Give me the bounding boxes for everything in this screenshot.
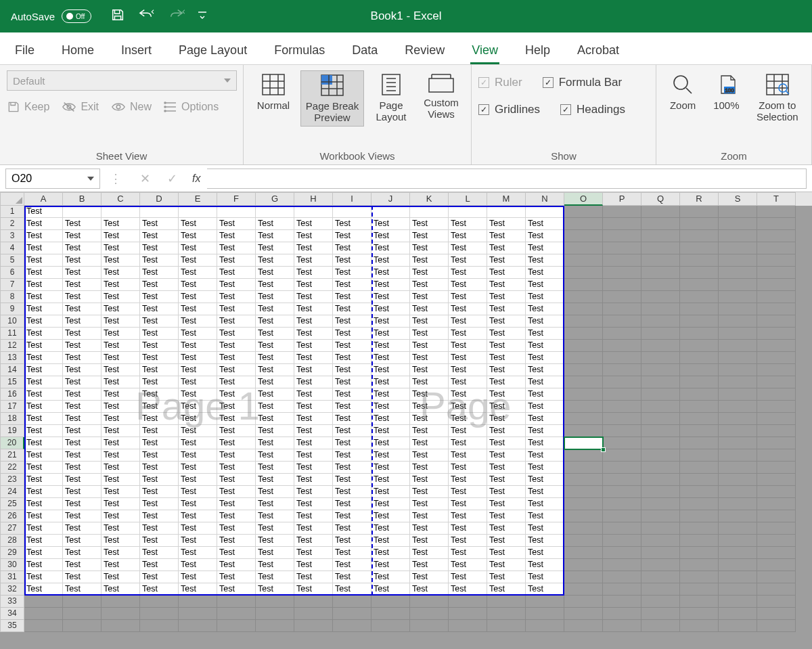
cell[interactable] <box>641 522 680 535</box>
cell[interactable]: Test <box>63 291 102 303</box>
cell[interactable] <box>449 620 487 632</box>
cell[interactable] <box>179 596 217 608</box>
cell[interactable]: Test <box>217 315 256 328</box>
cell[interactable] <box>757 352 796 364</box>
cell[interactable] <box>757 401 796 413</box>
cell[interactable]: Test <box>63 425 102 437</box>
cell[interactable]: Test <box>487 315 526 328</box>
cell[interactable]: Test <box>371 413 410 425</box>
cell[interactable] <box>564 425 603 437</box>
column-header[interactable]: E <box>179 192 217 206</box>
cell[interactable] <box>641 620 680 632</box>
cell[interactable]: Test <box>24 315 63 328</box>
cell[interactable] <box>603 242 641 254</box>
cell[interactable]: Test <box>24 328 63 340</box>
cell[interactable] <box>641 510 680 522</box>
cell[interactable] <box>680 583 719 596</box>
cell[interactable] <box>603 596 641 608</box>
cell[interactable]: Test <box>217 242 256 254</box>
cell[interactable]: Test <box>410 522 449 535</box>
cell[interactable] <box>757 425 796 437</box>
cell[interactable]: Test <box>526 498 564 510</box>
cell[interactable]: Test <box>294 291 333 303</box>
cell[interactable]: Test <box>140 376 179 388</box>
cell[interactable]: Test <box>526 254 564 267</box>
cell[interactable]: Test <box>371 328 410 340</box>
cell[interactable] <box>719 425 757 437</box>
cell[interactable]: Test <box>294 449 333 462</box>
cell[interactable]: Test <box>256 462 294 474</box>
cell[interactable] <box>564 352 603 364</box>
cell[interactable]: Test <box>410 279 449 291</box>
cell[interactable] <box>757 328 796 340</box>
cell[interactable] <box>294 596 333 608</box>
cell[interactable]: Test <box>487 462 526 474</box>
cell[interactable]: Test <box>217 218 256 230</box>
cell[interactable]: Test <box>487 230 526 242</box>
cell[interactable]: Test <box>256 498 294 510</box>
cell[interactable]: Test <box>294 218 333 230</box>
cell[interactable] <box>680 547 719 559</box>
cell[interactable]: Test <box>371 218 410 230</box>
cell[interactable] <box>449 596 487 608</box>
cell[interactable] <box>757 279 796 291</box>
cell[interactable]: Test <box>371 401 410 413</box>
cell[interactable] <box>680 535 719 547</box>
row-header[interactable]: 25 <box>0 498 24 510</box>
cell[interactable]: Test <box>140 425 179 437</box>
cell[interactable]: Test <box>102 474 140 486</box>
cell[interactable] <box>603 254 641 267</box>
cell[interactable]: Test <box>526 571 564 583</box>
row-header[interactable]: 18 <box>0 413 24 425</box>
cell[interactable]: Test <box>294 413 333 425</box>
cell[interactable]: Test <box>410 474 449 486</box>
cell[interactable] <box>757 486 796 498</box>
cell[interactable] <box>757 571 796 583</box>
cell[interactable] <box>680 437 719 449</box>
cell[interactable] <box>719 315 757 328</box>
cell[interactable]: Test <box>333 303 371 315</box>
cell[interactable]: Test <box>24 535 63 547</box>
cell[interactable] <box>603 279 641 291</box>
cell[interactable] <box>24 596 63 608</box>
cell[interactable] <box>757 364 796 376</box>
cell[interactable]: Test <box>487 328 526 340</box>
cell[interactable] <box>719 498 757 510</box>
cell[interactable] <box>719 242 757 254</box>
cell[interactable]: Test <box>333 267 371 279</box>
cell[interactable] <box>719 522 757 535</box>
cell[interactable] <box>680 352 719 364</box>
cell[interactable]: Test <box>102 437 140 449</box>
cell[interactable] <box>294 620 333 632</box>
cell[interactable]: Test <box>333 425 371 437</box>
cell[interactable]: Test <box>140 571 179 583</box>
cell[interactable] <box>641 486 680 498</box>
cell[interactable] <box>564 376 603 388</box>
new-button[interactable]: New <box>111 100 152 114</box>
cell[interactable]: Test <box>256 315 294 328</box>
cell[interactable]: Test <box>102 328 140 340</box>
cell[interactable]: Test <box>487 535 526 547</box>
cell[interactable] <box>641 242 680 254</box>
cell[interactable] <box>256 206 294 218</box>
cell[interactable] <box>603 364 641 376</box>
row-header[interactable]: 23 <box>0 474 24 486</box>
row-header[interactable]: 12 <box>0 340 24 352</box>
cell[interactable] <box>24 608 63 620</box>
cell[interactable] <box>564 254 603 267</box>
cell[interactable]: Test <box>179 413 217 425</box>
cell[interactable]: Test <box>526 547 564 559</box>
column-header[interactable]: F <box>217 192 256 206</box>
cell[interactable]: Test <box>24 449 63 462</box>
cell[interactable] <box>603 486 641 498</box>
cell[interactable]: Test <box>140 498 179 510</box>
cell[interactable]: Test <box>294 388 333 401</box>
cell[interactable] <box>564 230 603 242</box>
cell[interactable]: Test <box>140 547 179 559</box>
cell[interactable]: Test <box>63 486 102 498</box>
column-header[interactable]: M <box>487 192 526 206</box>
cell[interactable]: Test <box>449 267 487 279</box>
cell[interactable] <box>641 328 680 340</box>
cell[interactable] <box>641 267 680 279</box>
row-header[interactable]: 28 <box>0 535 24 547</box>
